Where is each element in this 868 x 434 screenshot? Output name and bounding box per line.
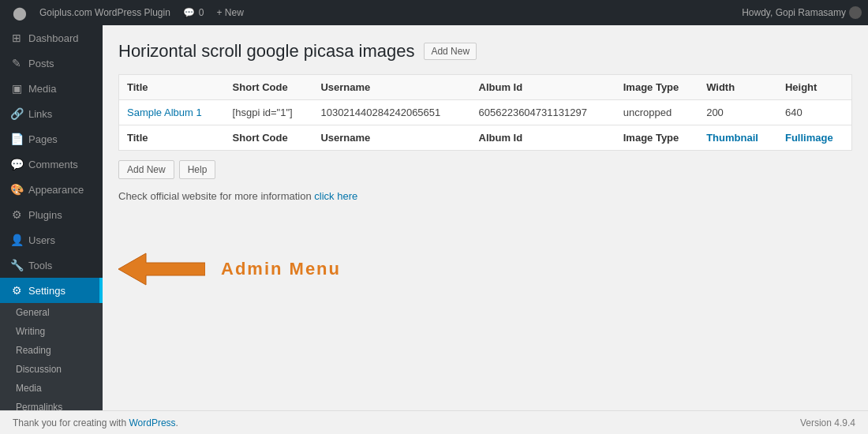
site-name[interactable]: Goiplus.com WordPress Plugin [33, 7, 177, 18]
footer-bar: Thank you for creating with WordPress. V… [0, 410, 868, 434]
tools-icon: 🔧 [9, 259, 24, 271]
cell-albumid: 6056223604731131297 [471, 100, 615, 125]
foot-col-albumid: Album Id [471, 125, 615, 151]
media-icon: ▣ [9, 82, 24, 95]
row-title-link[interactable]: Sample Album 1 [127, 107, 202, 118]
info-text: Check official website for more informat… [118, 190, 852, 202]
col-imagetype: Image Type [615, 75, 698, 100]
cell-imagetype: uncropped [615, 100, 698, 125]
col-username: Username [312, 75, 470, 100]
foot-col-thumbnail: Thumbnail [698, 125, 777, 151]
cell-title: Sample Album 1 [119, 100, 225, 125]
sidebar-label-appearance: Appearance [28, 184, 84, 196]
howdy-text: Howdy, Gopi Ramasamy [742, 6, 862, 19]
sidebar-item-posts[interactable]: ✎ Posts [0, 51, 103, 76]
fullimage-link[interactable]: Fullimage [785, 132, 833, 144]
admin-menu-label: Admin Menu [221, 259, 341, 279]
add-new-link[interactable]: + New [211, 7, 250, 18]
comment-count: 0 [199, 7, 204, 18]
sidebar-item-media[interactable]: ▣ Media [0, 76, 103, 101]
dashboard-icon: ⊞ [9, 32, 24, 44]
main-content: Horizontal scroll google picasa images A… [103, 25, 868, 434]
sidebar: ⊞ Dashboard ✎ Posts ▣ Media 🔗 Links 📄 Pa… [0, 25, 103, 434]
posts-icon: ✎ [9, 57, 24, 69]
sidebar-label-media: Media [28, 83, 56, 95]
svg-marker-0 [118, 253, 205, 285]
picasa-table: Title Short Code Username Album Id Image… [118, 74, 852, 151]
sidebar-label-plugins: Plugins [28, 209, 62, 221]
cell-height: 640 [777, 100, 852, 125]
table-footer-row: Title Short Code Username Album Id Image… [119, 125, 852, 151]
help-button[interactable]: Help [179, 160, 216, 179]
admin-bar: ⬤ Goiplus.com WordPress Plugin 💬 0 + New… [0, 0, 868, 25]
users-icon: 👤 [9, 234, 24, 246]
sidebar-item-settings[interactable]: ⚙ Settings [0, 278, 103, 303]
wp-icon: ⬤ [13, 6, 27, 21]
page-header: Horizontal scroll google picasa images A… [118, 41, 852, 62]
wp-logo[interactable]: ⬤ [6, 6, 33, 21]
sidebar-label-tools: Tools [28, 260, 52, 271]
sidebar-item-pages[interactable]: 📄 Pages [0, 126, 103, 152]
sidebar-label-comments: Comments [28, 159, 78, 170]
cell-shortcode: [hsgpi id="1"] [225, 100, 313, 125]
avatar [849, 6, 862, 19]
comment-icon: 💬 [183, 7, 195, 18]
sidebar-item-dashboard[interactable]: ⊞ Dashboard [0, 25, 103, 51]
table-header-row: Title Short Code Username Album Id Image… [119, 75, 852, 100]
col-albumid: Album Id [471, 75, 615, 100]
submenu-general[interactable]: General [0, 303, 103, 322]
sidebar-label-posts: Posts [28, 58, 54, 69]
foot-col-title: Title [119, 125, 225, 151]
col-title: Title [119, 75, 225, 100]
bottom-buttons: Add New Help [118, 160, 852, 179]
wordpress-link[interactable]: WordPress [129, 417, 175, 428]
footer-text: Thank you for creating with WordPress. [13, 417, 178, 428]
submenu-writing[interactable]: Writing [0, 322, 103, 341]
appearance-icon: 🎨 [9, 183, 24, 196]
sidebar-label-settings: Settings [28, 285, 65, 297]
foot-col-username: Username [312, 125, 470, 151]
table-row: Sample Album 1 [hsgpi id="1"] 1030214402… [119, 100, 852, 125]
links-icon: 🔗 [9, 107, 24, 120]
submenu-media[interactable]: Media [0, 379, 103, 398]
sidebar-item-comments[interactable]: 💬 Comments [0, 152, 103, 177]
foot-col-imagetype: Image Type [615, 125, 698, 151]
sidebar-item-plugins[interactable]: ⚙ Plugins [0, 202, 103, 227]
add-new-header-button[interactable]: Add New [424, 43, 477, 60]
site-title: Goiplus.com WordPress Plugin [39, 7, 170, 18]
sidebar-item-tools[interactable]: 🔧 Tools [0, 253, 103, 278]
click-here-link[interactable]: click here [314, 190, 357, 202]
foot-col-fullimage: Fullimage [777, 125, 852, 151]
submenu-reading[interactable]: Reading [0, 341, 103, 360]
version-text: Version 4.9.4 [800, 417, 855, 428]
col-height: Height [777, 75, 852, 100]
sidebar-label-pages: Pages [28, 133, 58, 145]
cell-width: 200 [698, 100, 777, 125]
submenu-discussion[interactable]: Discussion [0, 360, 103, 379]
sidebar-item-appearance[interactable]: 🎨 Appearance [0, 177, 103, 202]
annotation-area: Admin Menu [118, 249, 852, 289]
settings-icon: ⚙ [9, 284, 24, 297]
sidebar-item-links[interactable]: 🔗 Links [0, 101, 103, 126]
sidebar-label-dashboard: Dashboard [28, 32, 79, 44]
comments-icon: 💬 [9, 158, 24, 170]
add-new-label: + New [217, 7, 244, 18]
sidebar-item-users[interactable]: 👤 Users [0, 227, 103, 253]
add-new-bottom-button[interactable]: Add New [118, 160, 174, 179]
main-layout: ⊞ Dashboard ✎ Posts ▣ Media 🔗 Links 📄 Pa… [0, 25, 868, 434]
col-shortcode: Short Code [225, 75, 313, 100]
pages-icon: 📄 [9, 133, 24, 145]
col-width: Width [698, 75, 777, 100]
page-title: Horizontal scroll google picasa images [118, 41, 414, 62]
sidebar-label-users: Users [28, 234, 55, 246]
cell-username: 103021440284242065651 [312, 100, 470, 125]
sidebar-label-links: Links [28, 108, 52, 120]
thumbnail-link[interactable]: Thumbnail [706, 132, 758, 144]
foot-col-shortcode: Short Code [225, 125, 313, 151]
comments-link[interactable]: 💬 0 [177, 7, 211, 18]
arrow-annotation [118, 249, 205, 289]
plugins-icon: ⚙ [9, 208, 24, 221]
